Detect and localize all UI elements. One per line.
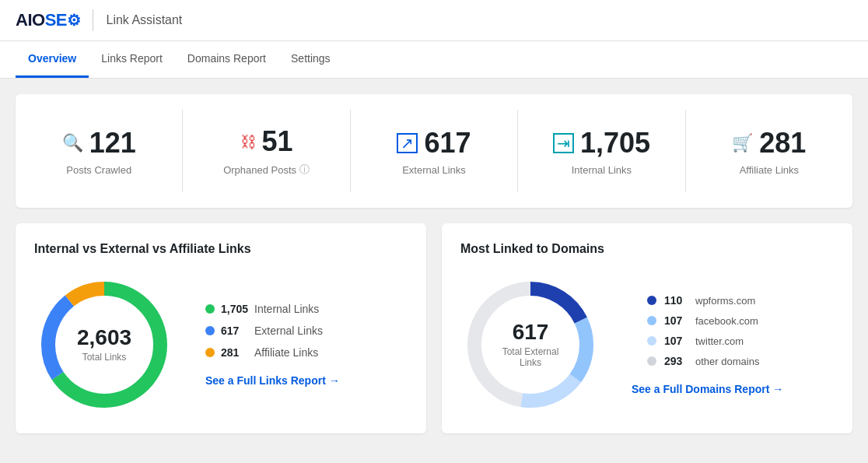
legend-internal: 1,705 Internal Links [205, 303, 340, 315]
bottom-row: Internal vs External vs Affiliate Links [16, 223, 852, 433]
posts-crawled-label: Posts Crawled [66, 164, 131, 176]
logo-gear-icon: ⚙ [67, 12, 81, 29]
internal-link-icon: ⇥ [553, 133, 574, 153]
affiliate-legend-text: Affiliate Links [254, 346, 318, 359]
domains-donut-center: 617 Total External Links [495, 321, 565, 368]
logo-accent: SE [45, 10, 67, 30]
links-chart-section: 2,603 Total Links 1,705 Internal Links [34, 275, 408, 415]
facebook-dot [647, 316, 656, 325]
domains-chart-card: Most Linked to Domains [442, 223, 852, 433]
internal-legend-num: 1,705 [221, 303, 248, 315]
other-label: other domains [695, 356, 759, 367]
domains-legend-other: 293 other domains [647, 355, 783, 367]
posts-crawled-number: 121 [89, 127, 136, 160]
internal-legend-text: Internal Links [254, 303, 319, 315]
orphaned-posts-number: 51 [262, 125, 293, 158]
broken-link-icon: ⛓ [240, 133, 256, 151]
external-links-label: External Links [402, 164, 466, 176]
app-title: Link Assistant [106, 13, 182, 27]
affiliate-links-number: 281 [759, 127, 806, 160]
domains-legend: 110 wpforms.com 107 facebook.com 107 twi… [647, 294, 783, 367]
tab-domains-report[interactable]: Domains Report [175, 41, 278, 78]
legend-affiliate: 281 Affiliate Links [205, 346, 340, 359]
internal-dot [205, 304, 215, 314]
search-icon: 🔍 [62, 133, 83, 153]
domains-total-number: 617 [495, 321, 565, 343]
other-dot [647, 356, 656, 366]
tab-overview[interactable]: Overview [16, 41, 89, 78]
links-chart-card: Internal vs External vs Affiliate Links [16, 223, 426, 433]
facebook-num: 107 [664, 314, 688, 327]
wpforms-label: wpforms.com [695, 295, 755, 307]
domains-legend-facebook: 107 facebook.com [647, 314, 783, 327]
affiliate-legend-num: 281 [221, 346, 248, 359]
affiliate-dot [205, 348, 215, 357]
orphaned-posts-label: Orphaned Posts ⓘ [223, 163, 310, 177]
domains-total-label: Total External Links [495, 346, 565, 368]
domains-legend-wpforms: 110 wpforms.com [647, 294, 783, 307]
affiliate-icon: 🛒 [732, 133, 753, 153]
domains-chart-title: Most Linked to Domains [460, 242, 834, 256]
domains-donut-wrapper: 617 Total External Links [460, 275, 600, 415]
links-total-number: 2,603 [77, 327, 131, 349]
stat-orphaned-posts: ⛓ 51 Orphaned Posts ⓘ [183, 110, 350, 192]
wpforms-dot [647, 296, 656, 305]
twitter-label: twitter.com [695, 335, 744, 347]
main-content: 🔍 121 Posts Crawled ⛓ 51 Orphaned Posts … [0, 79, 868, 449]
domains-chart-section: 617 Total External Links 110 wpforms.com [460, 275, 834, 415]
stat-external-links: ↗ 617 External Links [351, 110, 518, 192]
orphaned-help-icon[interactable]: ⓘ [299, 163, 310, 177]
full-domains-report-link[interactable]: See a Full Domains Report → [632, 383, 783, 395]
internal-links-label: Internal Links [572, 164, 632, 176]
logo: AIOSE⚙ [16, 10, 80, 30]
external-legend-text: External Links [254, 324, 323, 337]
internal-links-number: 1,705 [580, 127, 650, 160]
links-legend: 1,705 Internal Links 617 External Links … [205, 303, 340, 359]
external-dot [205, 326, 215, 335]
nav-bar: Overview Links Report Domains Report Set… [0, 41, 868, 79]
stats-card: 🔍 121 Posts Crawled ⛓ 51 Orphaned Posts … [16, 94, 852, 208]
other-num: 293 [664, 355, 688, 367]
links-donut-center: 2,603 Total Links [77, 327, 131, 363]
external-links-number: 617 [424, 127, 471, 160]
twitter-dot [647, 336, 656, 345]
facebook-label: facebook.com [695, 315, 758, 327]
full-links-report-link[interactable]: See a Full Links Report → [205, 374, 340, 387]
links-total-label: Total Links [77, 352, 131, 363]
stat-affiliate-links: 🛒 281 Affiliate Links [686, 110, 852, 192]
tab-settings[interactable]: Settings [278, 41, 343, 78]
stat-posts-crawled: 🔍 121 Posts Crawled [16, 110, 183, 192]
external-legend-num: 617 [221, 324, 248, 337]
twitter-num: 107 [664, 335, 688, 347]
stat-internal-links: ⇥ 1,705 Internal Links [518, 110, 685, 192]
header-divider [93, 9, 93, 31]
legend-external: 617 External Links [205, 324, 340, 337]
external-link-icon: ↗ [397, 133, 418, 153]
affiliate-links-label: Affiliate Links [740, 164, 799, 176]
links-chart-title: Internal vs External vs Affiliate Links [34, 242, 408, 256]
wpforms-num: 110 [664, 294, 688, 307]
header: AIOSE⚙ Link Assistant [0, 0, 868, 41]
links-donut-wrapper: 2,603 Total Links [34, 275, 174, 415]
domains-legend-twitter: 107 twitter.com [647, 335, 783, 347]
tab-links-report[interactable]: Links Report [89, 41, 175, 78]
